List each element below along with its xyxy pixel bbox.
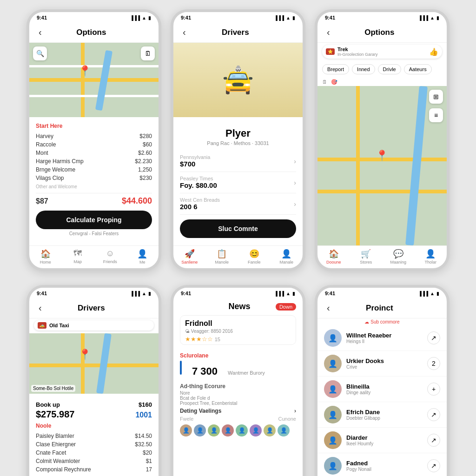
back-button-6[interactable]: ‹ [324,302,333,314]
news-card-title-5: Fridnoll [180,316,296,329]
time-3: 9:41 [325,15,335,20]
action-blineilla[interactable]: + [427,383,440,396]
book-label-4: Book up [36,401,60,408]
header-6: ‹ Proinct [317,299,447,318]
rocket-icon: 🚀 [185,249,195,259]
map-extra-icon2: 🎯 [331,79,337,85]
price-colmit: Colmit Weamloter $1 [36,457,152,465]
header-2: ‹ Drivers [173,23,303,43]
person-fadned: 👤 Fadned Pogy Nonail ↗ [317,453,447,476]
phone-options-1: 9:41 ▐▐▐ ▲ ▮ ‹ Options 📍 🔍 🗓 [26,9,161,271]
status-bar-3: 9:41 ▐▐▐ ▲ ▮ [317,12,447,23]
price-row-raccole: Raccole $60 [36,140,152,149]
news-extra-desc1: Nore [173,390,303,396]
price-row-brnge: Brnge Welcome 1,250 [36,165,152,174]
person-blineilla: 👤 Blineilla Dinge aality + [317,377,447,402]
back-button-2[interactable]: ‹ [180,26,189,39]
signal-icon-5: ▐▐▐ [274,291,284,296]
back-button-4[interactable]: ‹ [36,302,45,314]
price-clase: Clase Ehiergner $32.50 [36,440,152,449]
action-urkier[interactable]: 2 [427,357,440,370]
tab-me-1[interactable]: 👤 Me [126,249,159,264]
profile-logo-3: ⭐ [326,48,335,55]
tab-label-manale: Manale [279,260,293,264]
tab-friends-1[interactable]: ☺ Friends [94,249,126,264]
tab-bar-3: 🏠 Dooune 🛒 Stores 💬 Maaning 👤 Tholar [317,245,447,268]
status-icons-5: ▐▐▐ ▲ ▮ [274,291,295,296]
tab-sanliene[interactable]: 🚀 Sanliene [173,249,206,264]
price-row-harvey: Harvey $280 [36,132,152,140]
profile-action-btn-3[interactable]: 👍 [429,47,438,56]
info-diarder: Diarder Ikeel Houmfy [346,434,423,446]
filter-inned[interactable]: Inned [352,64,375,74]
person-diarder: 👤 Diarder Ikeel Houmfy ↗ [317,428,447,453]
calc-btn-1[interactable]: Calculate Proping [36,211,152,229]
tab-dooune[interactable]: 🏠 Dooune [317,249,350,264]
action-willnet[interactable]: ↗ [427,331,440,344]
tab-map-1[interactable]: 🗺 Map [62,249,94,264]
chevron-icon-3: › [294,200,296,208]
status-bar-4: 9:41 ▐▐▐ ▲ ▮ [29,288,159,299]
action-efrich[interactable]: ↗ [427,408,440,421]
filter-drivle[interactable]: Drivle [378,64,401,74]
news-extra-desc3: Proopect Tree, Ecenberistal [173,401,303,406]
filter-tabs-3: Breport Inned Drivle Aateurs [317,61,447,77]
calendar-btn-1[interactable]: 🗓 [141,46,155,60]
news-link-label: Deting Vaelings [180,408,221,414]
filter-aateurs[interactable]: Aateurs [404,64,432,74]
map-label-4: Some-Bo Sol Hotile [31,385,75,392]
search-map-btn-1[interactable]: 🔍 [33,46,47,60]
book-total-4: $275.987 1001 [36,409,152,420]
person-icon-3: 👤 [425,249,436,259]
person-urkier: 👤 Urkier Dooks Crive 2 [317,351,447,377]
sluc-btn[interactable]: Sluc Comnte [180,219,296,238]
back-button-3[interactable]: ‹ [324,26,333,39]
content-4: Book up $160 $275.987 1001 Noole Paisley… [29,394,159,476]
time-4: 9:41 [37,291,47,296]
time-5: 9:41 [181,291,191,296]
phone-drivers-2: 9:41 ▐▐▐ ▲ ▮ ‹ Drivers 🚖 Plyer Pang Rac … [171,9,305,271]
tab-label-maaning: Maaning [390,260,406,264]
news-number-5: 7 300 [185,364,224,379]
status-bar-1: 9:41 ▐▐▐ ▲ ▮ [29,12,159,23]
header-title-2: Drivers [189,28,282,37]
tab-home-1[interactable]: 🏠 Home [29,249,62,264]
header-title-3: Options [333,28,426,37]
price-componial: Componial Reychnure 17 [36,465,152,474]
action-diarder[interactable]: ↗ [427,434,440,447]
tab-label-friends-1: Friends [103,259,117,264]
info-blineilla: Blineilla Dinge aality [346,383,423,395]
action-fadned[interactable]: ↗ [427,459,440,472]
status-icons-6: ▐▐▐ ▲ ▮ [418,291,439,296]
tab-stores[interactable]: 🛒 Stores [350,249,383,264]
filter-breport[interactable]: Breport [322,64,349,74]
layers-btn-3[interactable]: ⊞ [429,90,443,104]
map-area-4: 📍 Some-Bo Sol Hotile [29,333,159,394]
tab-tholar[interactable]: 👤 Tholar [415,249,447,264]
header-4: ‹ Drivers [29,299,159,318]
news-badge-5[interactable]: Down [276,303,296,311]
price-paisley: Paisley Blamler $14.50 [36,432,152,440]
back-button-1[interactable]: ‹ [36,26,45,39]
profile-chip-4: 🚕 Old Taxi [34,320,154,331]
wifi-icon: ▲ [142,15,146,20]
map-pin-3: 📍 [376,150,388,162]
info-urkier: Urkier Dooks Crive [346,357,423,370]
tab-manole[interactable]: 📋 Manole [206,249,238,264]
tab-manale[interactable]: 👤 Manale [271,249,303,264]
phone-news-5: 9:41 ▐▐▐ ▲ ▮ News Down Fridnoll 🌤 Veagge… [171,285,305,476]
avatar-6: 👤 [250,424,262,436]
battery-icon: ▮ [148,15,151,20]
status-icons-4: ▐▐▐ ▲ ▮ [130,291,151,296]
tab-maaning[interactable]: 💬 Maaning [382,249,415,264]
status-icons-1: ▐▐▐ ▲ ▮ [130,15,151,20]
price-row-vilags: Vilags Clop $230 [36,174,152,182]
tab-fanole[interactable]: 😊 Fanole [238,249,271,264]
menu-btn-3[interactable]: ≡ [429,108,443,122]
avatar-8: 👤 [278,424,290,436]
signal-icon-4: ▐▐▐ [130,291,140,296]
tab-label-sanliene: Sanliene [181,260,198,264]
book-total-val-4: $275.987 [36,409,74,420]
chevron-icon-2: › [294,179,296,186]
battery-icon-3: ▮ [436,15,439,20]
